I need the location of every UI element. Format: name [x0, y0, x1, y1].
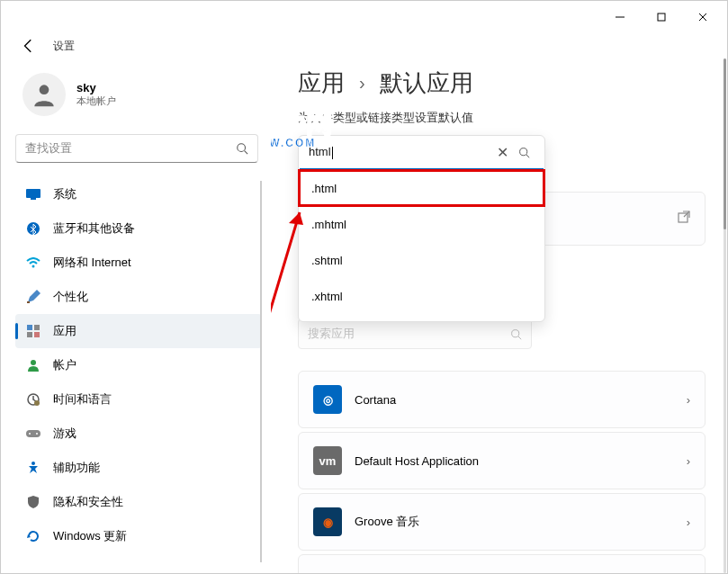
- chevron-right-icon: ›: [359, 73, 365, 94]
- sidebar-item-label: 辅助功能: [53, 460, 100, 476]
- sidebar-item-label: 时间和语言: [53, 391, 112, 408]
- open-external-icon: [678, 211, 690, 227]
- svg-rect-15: [34, 332, 40, 337]
- privacy-icon: [26, 495, 40, 509]
- filetype-option[interactable]: .html: [299, 170, 544, 206]
- sidebar-item-6[interactable]: 时间和语言: [15, 382, 262, 417]
- sidebar: sky 本地帐户 查找设置 系统蓝牙和其他设备网络和 Internet个性化应用…: [1, 58, 271, 573]
- search-icon[interactable]: [513, 147, 535, 158]
- sidebar-item-label: 系统: [53, 186, 76, 202]
- sidebar-item-label: 帐户: [53, 357, 76, 373]
- sidebar-item-label: 蓝牙和其他设备: [53, 220, 135, 237]
- sidebar-item-4[interactable]: 应用: [15, 314, 262, 348]
- svg-line-27: [526, 154, 528, 157]
- user-name: sky: [76, 81, 116, 94]
- svg-rect-13: [34, 325, 40, 330]
- wifi-icon: [26, 256, 40, 270]
- app-card[interactable]: ◎Cortana›: [298, 371, 706, 428]
- apps-icon: [26, 324, 40, 338]
- search-icon: [236, 142, 248, 155]
- sidebar-item-label: 网络和 Internet: [53, 255, 131, 271]
- update-icon: [26, 529, 40, 543]
- svg-line-6: [245, 151, 248, 155]
- svg-point-4: [40, 85, 49, 94]
- filetype-search-input[interactable]: html ✕: [300, 136, 544, 170]
- user-profile[interactable]: sky 本地帐户: [15, 67, 271, 134]
- svg-point-20: [29, 433, 31, 435]
- search-icon: [510, 328, 522, 340]
- maximize-button[interactable]: [641, 4, 682, 31]
- sidebar-item-9[interactable]: 隐私和安全性: [15, 485, 262, 519]
- chevron-right-icon: ›: [687, 516, 690, 529]
- system-icon: [26, 187, 40, 202]
- sidebar-item-5[interactable]: 帐户: [15, 348, 262, 382]
- search-placeholder: 查找设置: [25, 140, 236, 157]
- svg-rect-19: [26, 430, 40, 437]
- section-subtitle: 为文件类型或链接类型设置默认值: [298, 110, 706, 126]
- app-card[interactable]: vmDefault Host Application›: [298, 432, 706, 489]
- app-icon: ◉: [313, 507, 342, 536]
- sidebar-item-8[interactable]: 辅助功能: [15, 451, 262, 485]
- breadcrumb: 应用 › 默认应用: [298, 67, 706, 99]
- accessibility-icon: [26, 461, 40, 475]
- breadcrumb-root[interactable]: 应用: [298, 67, 345, 99]
- scrollbar-thumb[interactable]: [724, 58, 726, 229]
- filetype-option[interactable]: .xhtml: [299, 278, 544, 314]
- svg-line-28: [271, 212, 300, 399]
- clear-icon[interactable]: ✕: [491, 144, 513, 161]
- app-name: Default Host Application: [355, 454, 687, 468]
- svg-point-16: [31, 360, 36, 365]
- breadcrumb-current: 默认应用: [380, 67, 473, 99]
- sidebar-search-input[interactable]: 查找设置: [15, 134, 258, 163]
- minimize-button[interactable]: [599, 4, 641, 31]
- search-query: html: [309, 145, 491, 159]
- sidebar-item-label: Windows 更新: [53, 528, 127, 544]
- bluetooth-icon: [26, 221, 40, 236]
- app-name: Cortana: [355, 393, 687, 407]
- svg-point-30: [512, 329, 519, 336]
- app-card[interactable]: eMicrosoft Edge›: [298, 554, 706, 573]
- app-name: Groove 音乐: [355, 514, 687, 530]
- sidebar-item-label: 个性化: [53, 289, 88, 305]
- svg-line-25: [684, 211, 689, 217]
- nav: 系统蓝牙和其他设备网络和 Internet个性化应用帐户时间和语言游戏辅助功能隐…: [15, 177, 271, 553]
- app-icon: ◎: [313, 385, 342, 414]
- svg-point-21: [36, 433, 38, 435]
- header: 设置: [1, 33, 727, 58]
- personalize-icon: [26, 290, 40, 304]
- filetype-option[interactable]: .shtml: [299, 242, 544, 278]
- chevron-right-icon: ›: [687, 393, 690, 407]
- window-title: 设置: [53, 39, 75, 54]
- sidebar-item-1[interactable]: 蓝牙和其他设备: [15, 211, 262, 246]
- chevron-right-icon: ›: [687, 454, 690, 468]
- filetype-dropdown: html ✕ .html.mhtml.shtml.xhtml: [298, 135, 545, 322]
- app-search-input[interactable]: 搜索应用: [298, 318, 532, 349]
- svg-rect-1: [658, 13, 665, 21]
- svg-point-22: [31, 462, 35, 465]
- svg-rect-7: [26, 189, 40, 198]
- scrollbar[interactable]: [724, 58, 726, 573]
- avatar: [22, 73, 66, 116]
- sidebar-item-2[interactable]: 网络和 Internet: [15, 246, 262, 280]
- close-button[interactable]: [682, 4, 724, 31]
- sidebar-item-10[interactable]: Windows 更新: [15, 519, 262, 553]
- sidebar-divider: [260, 181, 262, 562]
- user-type: 本地帐户: [76, 94, 116, 108]
- svg-rect-11: [27, 301, 30, 303]
- sidebar-item-label: 游戏: [53, 426, 76, 442]
- sidebar-item-7[interactable]: 游戏: [15, 417, 262, 451]
- svg-point-26: [519, 148, 526, 155]
- back-button[interactable]: [21, 38, 37, 54]
- filetype-option[interactable]: .mhtml: [299, 206, 544, 242]
- svg-point-5: [238, 144, 246, 152]
- svg-rect-8: [31, 198, 36, 200]
- app-card[interactable]: ◉Groove 音乐›: [298, 493, 706, 551]
- app-icon: vm: [313, 446, 342, 475]
- gaming-icon: [26, 426, 40, 441]
- sidebar-item-3[interactable]: 个性化: [15, 280, 262, 314]
- svg-point-18: [34, 400, 40, 406]
- app-search-placeholder: 搜索应用: [308, 326, 510, 342]
- svg-point-10: [32, 265, 35, 268]
- app-icon: e: [313, 569, 342, 573]
- sidebar-item-0[interactable]: 系统: [15, 177, 262, 211]
